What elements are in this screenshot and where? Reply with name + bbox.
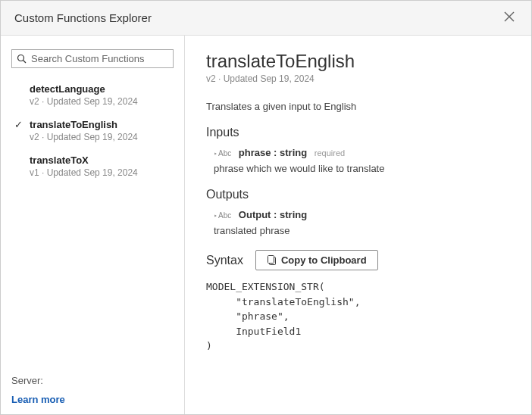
- search-box[interactable]: [11, 49, 174, 68]
- inputs-heading: Inputs: [206, 126, 510, 139]
- function-item-translatetoenglish[interactable]: ✓ translateToEnglish v2 · Updated Sep 19…: [11, 114, 174, 150]
- titlebar: Custom Functions Explorer: [1, 1, 531, 36]
- function-subtitle: v2 · Updated Sep 19, 2024: [206, 73, 510, 84]
- close-icon: [504, 11, 515, 22]
- type-glyph-icon: Abc: [214, 211, 231, 220]
- learn-more-link[interactable]: Learn more: [11, 394, 174, 405]
- input-param: Abc phrase : string required: [214, 147, 510, 158]
- output-name: Output: [239, 209, 271, 220]
- server-label: Server:: [11, 375, 174, 386]
- type-glyph-icon: Abc: [214, 149, 231, 158]
- copy-to-clipboard-button[interactable]: Copy to Clipboard: [255, 250, 378, 270]
- outputs-heading: Outputs: [206, 188, 510, 201]
- function-title: translateToEnglish: [206, 51, 510, 72]
- function-item-detectlanguage[interactable]: detectLanguage v2 · Updated Sep 19, 2024: [11, 79, 174, 114]
- input-name: phrase: [239, 147, 271, 158]
- svg-line-3: [23, 61, 27, 64]
- detail-pane: translateToEnglish v2 · Updated Sep 19, …: [185, 36, 531, 414]
- sidebar: detectLanguage v2 · Updated Sep 19, 2024…: [1, 36, 185, 414]
- svg-point-2: [18, 55, 24, 61]
- copy-label: Copy to Clipboard: [281, 254, 367, 266]
- dialog: Custom Functions Explorer detectLanguage…: [0, 0, 532, 415]
- dialog-title: Custom Functions Explorer: [14, 11, 152, 24]
- syntax-heading: Syntax: [206, 254, 243, 267]
- function-meta: v2 · Updated Sep 19, 2024: [30, 96, 174, 107]
- function-meta: v1 · Updated Sep 19, 2024: [30, 167, 174, 178]
- svg-rect-5: [268, 255, 274, 263]
- input-description: phrase which we would like to translate: [214, 163, 510, 174]
- dialog-body: detectLanguage v2 · Updated Sep 19, 2024…: [1, 36, 531, 414]
- output-colon: :: [271, 209, 280, 220]
- function-list: detectLanguage v2 · Updated Sep 19, 2024…: [11, 79, 174, 367]
- search-input[interactable]: [31, 53, 168, 64]
- function-name: detectLanguage: [30, 83, 174, 95]
- search-icon: [17, 54, 27, 64]
- output-param: Abc Output : string: [214, 209, 510, 220]
- close-button[interactable]: [501, 10, 518, 26]
- clipboard-icon: [267, 255, 277, 266]
- function-name: translateToEnglish: [30, 119, 174, 130]
- input-colon: :: [271, 147, 280, 158]
- output-type: string: [280, 209, 307, 220]
- function-name: translateToX: [30, 154, 174, 166]
- function-meta: v2 · Updated Sep 19, 2024: [30, 132, 174, 142]
- output-description: translated phrase: [214, 225, 510, 236]
- sidebar-footer: Server: Learn more: [11, 367, 174, 405]
- function-description: Translates a given input to English: [206, 101, 510, 112]
- input-type: string: [280, 147, 307, 158]
- syntax-row: Syntax Copy to Clipboard: [206, 250, 510, 270]
- function-item-translatetox[interactable]: translateToX v1 · Updated Sep 19, 2024: [11, 150, 174, 186]
- syntax-code: MODEL_EXTENSION_STR( "translateToEnglish…: [206, 279, 510, 354]
- required-badge: required: [315, 148, 345, 158]
- check-icon: ✓: [14, 119, 23, 130]
